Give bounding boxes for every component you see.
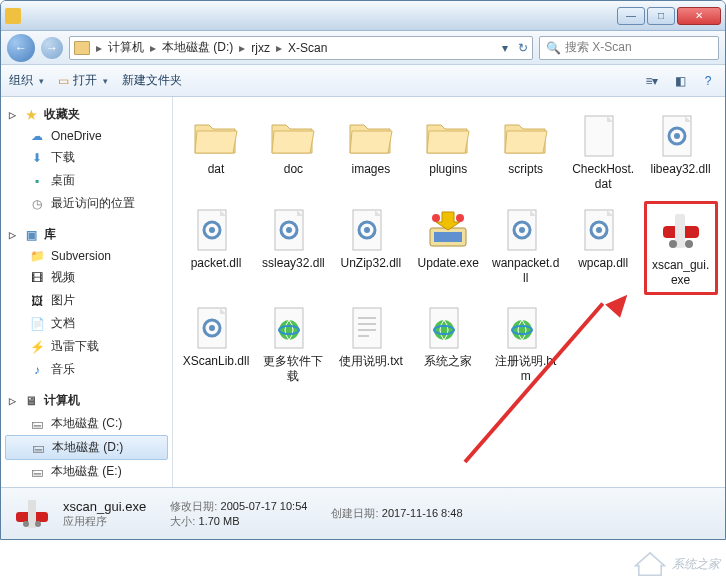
computer-group: ▷ 🖥 计算机 🖴本地磁盘 (C:) 🖴本地磁盘 (D:) 🖴本地磁盘 (E:) (1, 389, 172, 483)
folder-icon (269, 112, 317, 160)
maximize-button[interactable]: □ (647, 7, 675, 25)
organize-button[interactable]: 组织 (9, 72, 44, 89)
breadcrumb-bar[interactable]: ▸ 计算机 ▸ 本地磁盘 (D:) ▸ rjxz ▸ X-Scan ▾ ↻ (69, 36, 533, 60)
file-item[interactable]: UnZip32.dll (334, 201, 408, 295)
arrow-right-icon: → (46, 41, 58, 55)
file-label: dat (208, 162, 225, 177)
breadcrumb-item[interactable]: 计算机 (108, 39, 144, 56)
dropdown-icon[interactable]: ▾ (502, 41, 508, 55)
file-label: XScanLib.dll (183, 354, 250, 369)
breadcrumb-item[interactable]: rjxz (251, 41, 270, 55)
music-icon: ♪ (29, 363, 45, 377)
libraries-header[interactable]: ▷ ▣ 库 (1, 223, 172, 246)
preview-pane-button[interactable]: ◧ (671, 72, 689, 90)
file-item[interactable]: doc (256, 107, 330, 197)
details-size-value: 1.70 MB (199, 515, 240, 527)
help-button[interactable]: ? (699, 72, 717, 90)
details-modified-value: 2005-07-17 10:54 (221, 500, 308, 512)
dat-icon (579, 112, 627, 160)
new-folder-button[interactable]: 新建文件夹 (122, 72, 182, 89)
breadcrumb-item[interactable]: 本地磁盘 (D:) (162, 39, 233, 56)
file-item[interactable]: 使用说明.txt (334, 299, 408, 389)
file-label: xscan_gui.exe (649, 258, 713, 288)
file-item[interactable]: dat (179, 107, 253, 197)
file-item[interactable]: 系统之家 (411, 299, 485, 389)
breadcrumb-item[interactable]: X-Scan (288, 41, 327, 55)
file-item[interactable]: scripts (489, 107, 563, 197)
file-item[interactable]: wanpacket.dll (489, 201, 563, 295)
recent-icon: ◷ (29, 197, 45, 211)
library-icon: ▣ (23, 228, 39, 242)
file-item[interactable]: images (334, 107, 408, 197)
window-controls: — □ ✕ (617, 7, 721, 25)
open-button[interactable]: ▭ 打开 (58, 72, 108, 89)
sidebar-item-desktop[interactable]: ▪桌面 (1, 169, 172, 192)
details-size-label: 大小: (170, 515, 195, 527)
open-icon: ▭ (58, 74, 69, 88)
file-label: packet.dll (191, 256, 242, 271)
file-item[interactable]: XScanLib.dll (179, 299, 253, 389)
file-item[interactable]: CheckHost.dat (566, 107, 640, 197)
folder-icon (347, 112, 395, 160)
video-icon: 🎞 (29, 271, 45, 285)
file-label: 系统之家 (424, 354, 472, 369)
file-item[interactable]: packet.dll (179, 201, 253, 295)
sidebar-item-drive-e[interactable]: 🖴本地磁盘 (E:) (1, 460, 172, 483)
exe-xscan-icon (657, 208, 705, 256)
thunder-icon: ⚡ (29, 340, 45, 354)
refresh-icon[interactable]: ↻ (518, 41, 528, 55)
file-label: 更多软件下载 (259, 354, 327, 384)
sidebar-item-music[interactable]: ♪音乐 (1, 358, 172, 381)
chevron-right-icon: ▸ (96, 41, 102, 55)
libraries-group: ▷ ▣ 库 📁Subversion 🎞视频 🖼图片 📄文档 ⚡迅雷下载 ♪音乐 (1, 223, 172, 381)
favorites-group: ▷ ★ 收藏夹 ☁OneDrive ⬇下载 ▪桌面 ◷最近访问的位置 (1, 103, 172, 215)
forward-button[interactable]: → (41, 37, 63, 59)
sidebar-item-recent[interactable]: ◷最近访问的位置 (1, 192, 172, 215)
sidebar-item-onedrive[interactable]: ☁OneDrive (1, 126, 172, 146)
computer-header[interactable]: ▷ 🖥 计算机 (1, 389, 172, 412)
folder-icon (192, 112, 240, 160)
search-icon: 🔍 (546, 41, 561, 55)
sidebar-item-drive-c[interactable]: 🖴本地磁盘 (C:) (1, 412, 172, 435)
file-item[interactable]: ssleay32.dll (256, 201, 330, 295)
drive-icon: 🖴 (30, 441, 46, 455)
sidebar-item-videos[interactable]: 🎞视频 (1, 266, 172, 289)
toolbar: 组织 ▭ 打开 新建文件夹 ≡▾ ◧ ? (1, 65, 725, 97)
file-item[interactable]: libeay32.dll (644, 107, 718, 197)
search-input[interactable]: 🔍 搜索 X-Scan (539, 36, 719, 60)
chevron-right-icon: ▸ (239, 41, 245, 55)
house-icon (634, 550, 666, 578)
svg-point-2 (23, 521, 29, 527)
close-button[interactable]: ✕ (677, 7, 721, 25)
file-item[interactable]: xscan_gui.exe (644, 201, 718, 295)
details-created-label: 创建日期: (331, 507, 378, 519)
desktop-icon: ▪ (29, 174, 45, 188)
view-options-button[interactable]: ≡▾ (643, 72, 661, 90)
file-item[interactable]: 更多软件下载 (256, 299, 330, 389)
file-label: doc (284, 162, 303, 177)
file-item[interactable]: wpcap.dll (566, 201, 640, 295)
file-label: images (352, 162, 391, 177)
sidebar-item-drive-d[interactable]: 🖴本地磁盘 (D:) (5, 435, 168, 460)
file-item[interactable]: 注册说明.htm (489, 299, 563, 389)
sidebar-item-thunder[interactable]: ⚡迅雷下载 (1, 335, 172, 358)
sidebar-item-subversion[interactable]: 📁Subversion (1, 246, 172, 266)
txt-icon (347, 304, 395, 352)
disclosure-icon: ▷ (9, 230, 18, 239)
back-button[interactable]: ← (7, 34, 35, 62)
sidebar-item-downloads[interactable]: ⬇下载 (1, 146, 172, 169)
file-label: UnZip32.dll (340, 256, 401, 271)
sidebar-item-documents[interactable]: 📄文档 (1, 312, 172, 335)
window-icon (5, 8, 21, 24)
dll-icon (347, 206, 395, 254)
file-label: Update.exe (418, 256, 479, 271)
file-label: scripts (508, 162, 543, 177)
disclosure-icon: ▷ (9, 396, 18, 405)
minimize-button[interactable]: — (617, 7, 645, 25)
file-item[interactable]: Update.exe (411, 201, 485, 295)
sidebar-item-pictures[interactable]: 🖼图片 (1, 289, 172, 312)
file-item[interactable]: plugins (411, 107, 485, 197)
favorites-header[interactable]: ▷ ★ 收藏夹 (1, 103, 172, 126)
file-label: CheckHost.dat (569, 162, 637, 192)
file-list: datdocimagespluginsscriptsCheckHost.datl… (173, 97, 725, 487)
